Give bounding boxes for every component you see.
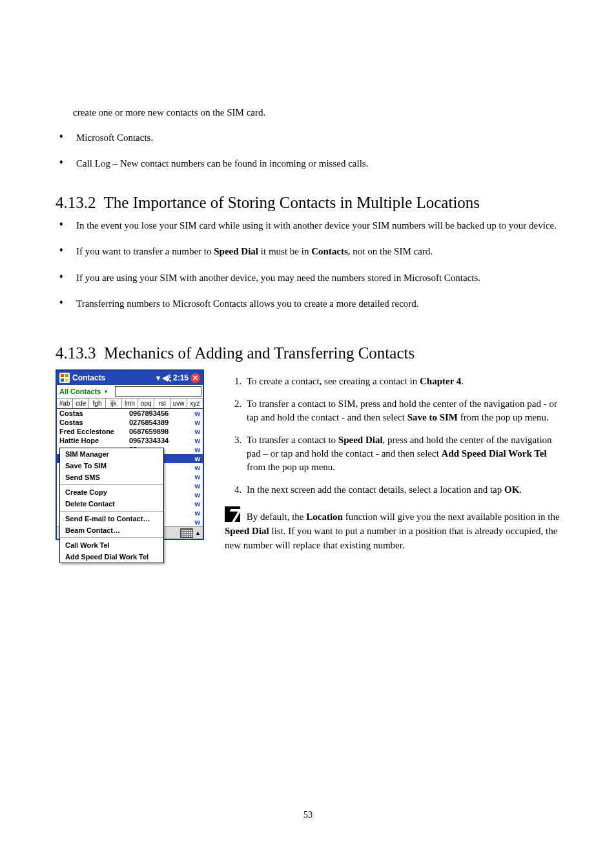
chevron-down-icon: ▼ xyxy=(103,389,108,395)
menu-item[interactable]: Delete Contact xyxy=(60,498,163,510)
bullet-item: If you want to transfer a number to Spee… xyxy=(65,245,560,258)
contact-type: w xyxy=(190,437,200,444)
bullet-item: Transferring numbers to Microsoft Contac… xyxy=(65,297,560,310)
phone-alpha-tabs: #ab cde fgh ijk lmn opq rst uvw xyz xyxy=(57,399,203,409)
menu-item[interactable]: Send E-mail to Contact… xyxy=(60,513,163,524)
continued-line: create one or more new contacts on the S… xyxy=(73,107,560,119)
contact-type: w xyxy=(190,409,200,417)
step-item: To create a contact, see creating a cont… xyxy=(244,375,560,388)
contact-number: 0967334334 xyxy=(129,437,183,444)
alpha-tab[interactable]: cde xyxy=(73,399,89,408)
alpha-tab[interactable]: uvw xyxy=(171,399,187,408)
contact-row[interactable]: Hattie Hope0967334334w xyxy=(57,436,203,445)
contact-row[interactable]: Costas0276854389w xyxy=(57,418,203,427)
alpha-tab[interactable]: fgh xyxy=(89,399,105,408)
phone-filter-row: All Contacts▼ xyxy=(57,385,203,399)
phone-status-icons: ▾ ◀ξ 2:15 ✕ xyxy=(156,373,200,383)
contact-type: w xyxy=(190,455,200,462)
section-title: The Importance of Storing Contacts in Mu… xyxy=(104,194,480,211)
two-column-layout: Contacts ▾ ◀ξ 2:15 ✕ All Contacts▼ #ab xyxy=(56,369,560,562)
contact-type: w xyxy=(190,464,200,472)
intro-bullet: Microsoft Contacts. xyxy=(65,131,560,144)
phone-screenshot-column: Contacts ▾ ◀ξ 2:15 ✕ All Contacts▼ #ab xyxy=(56,369,204,562)
intro-bullet: Call Log – New contact numbers can be fo… xyxy=(65,157,560,170)
alpha-tab[interactable]: ijk xyxy=(106,399,122,408)
phone-title-bar: Contacts ▾ ◀ξ 2:15 ✕ xyxy=(57,371,203,385)
contact-number: 0276854389 xyxy=(129,419,183,426)
alpha-tab[interactable]: rst xyxy=(154,399,170,408)
contact-name: Hattie Hope xyxy=(59,437,123,444)
phone-clock: 2:15 xyxy=(173,373,189,382)
svg-rect-3 xyxy=(65,378,68,382)
contact-number: 0967893456 xyxy=(129,409,183,417)
contact-type: w xyxy=(190,473,200,481)
alpha-tab[interactable]: opq xyxy=(138,399,154,408)
contact-type: w xyxy=(190,419,200,426)
menu-item[interactable]: Send SMS xyxy=(60,472,163,483)
menu-item[interactable]: Create Copy xyxy=(60,486,163,498)
phone-screenshot: Contacts ▾ ◀ξ 2:15 ✕ All Contacts▼ #ab xyxy=(56,369,204,540)
section-number: 4.13.3 xyxy=(56,344,96,362)
step-item: In the next screen add the contact detai… xyxy=(244,483,560,497)
note-block: By default, the Location function will g… xyxy=(225,506,560,552)
note-text: By default, the Location function will g… xyxy=(225,506,560,552)
intro-bullets: Microsoft Contacts. Call Log – New conta… xyxy=(56,131,560,171)
contact-row[interactable]: Costas0967893456w xyxy=(57,409,203,418)
contact-type: w xyxy=(190,518,200,526)
menu-separator xyxy=(60,537,163,538)
note-icon xyxy=(225,506,240,522)
up-arrow-icon[interactable]: ▲ xyxy=(195,530,201,536)
bullets-4132: In the event you lose your SIM card whil… xyxy=(56,219,560,310)
menu-separator xyxy=(60,511,163,512)
page-number: 53 xyxy=(0,810,616,820)
contact-type: w xyxy=(190,491,200,499)
alpha-tab[interactable]: xyz xyxy=(187,399,203,408)
menu-item[interactable]: Save To SIM xyxy=(60,460,163,472)
bullet-item: In the event you lose your SIM card whil… xyxy=(65,219,560,232)
signal-icon: ▾ xyxy=(156,373,160,382)
close-icon[interactable]: ✕ xyxy=(190,373,200,383)
contact-row[interactable]: Fred Ecclestone0687659898w xyxy=(57,427,203,436)
volume-icon: ◀ξ xyxy=(162,373,171,382)
contact-name: Fred Ecclestone xyxy=(59,428,123,435)
section-number: 4.13.2 xyxy=(56,194,96,211)
menu-item[interactable]: Beam Contact… xyxy=(60,524,163,536)
filter-dropdown[interactable]: All Contacts▼ xyxy=(57,388,108,395)
alpha-tab[interactable]: lmn xyxy=(122,399,138,408)
contact-type: w xyxy=(190,509,200,517)
context-menu: SIM ManagerSave To SIMSend SMSCreate Cop… xyxy=(59,448,164,563)
step-item: To transfer a contact to Speed Dial, pre… xyxy=(244,433,560,474)
menu-item[interactable]: Call Work Tel xyxy=(60,539,163,551)
section-heading-4133: 4.13.3 Mechanics of Adding and Transferr… xyxy=(56,344,560,363)
page-content: create one or more new contacts on the S… xyxy=(0,0,616,562)
section-heading-4132: 4.13.2 The Importance of Storing Contact… xyxy=(56,193,560,212)
menu-separator xyxy=(60,484,163,485)
search-input[interactable] xyxy=(115,386,201,397)
contact-type: w xyxy=(190,482,200,490)
contact-type: w xyxy=(190,446,200,453)
phone-app-title: Contacts xyxy=(72,373,156,382)
contact-type: w xyxy=(190,428,200,435)
svg-rect-2 xyxy=(61,378,64,382)
svg-rect-0 xyxy=(61,374,64,377)
step-item: To transfer a contact to SIM, press and … xyxy=(244,397,560,424)
section-title: Mechanics of Adding and Transferring Con… xyxy=(104,344,415,362)
alpha-tab[interactable]: #ab xyxy=(57,399,73,408)
contact-type: w xyxy=(190,500,200,508)
keyboard-icon[interactable] xyxy=(180,528,193,538)
bullet-item: If you are using your SIM with another d… xyxy=(65,271,560,284)
phone-body: Costas0967893456wCostas0276854389wFred E… xyxy=(57,409,203,526)
svg-rect-1 xyxy=(65,374,68,377)
windows-logo-icon xyxy=(59,373,70,383)
menu-item[interactable]: Add Speed Dial Work Tel xyxy=(60,551,163,563)
menu-item[interactable]: SIM Manager xyxy=(60,448,163,460)
instructions-column: To create a contact, see creating a cont… xyxy=(225,369,560,562)
steps-list: To create a contact, see creating a cont… xyxy=(225,375,560,497)
contact-name: Costas xyxy=(59,419,123,426)
contact-name: Costas xyxy=(59,409,123,417)
contact-number: 0687659898 xyxy=(129,428,183,435)
